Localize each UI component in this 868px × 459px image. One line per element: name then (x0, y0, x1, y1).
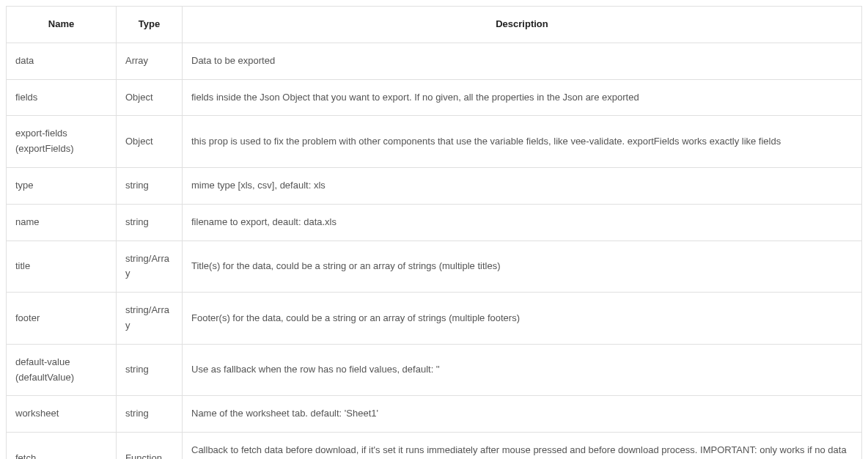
cell-description: Callback to fetch data before download, … (183, 433, 862, 459)
cell-type: string (117, 204, 183, 240)
table-header-row: Name Type Description (7, 7, 862, 43)
cell-description: Name of the worksheet tab. default: 'She… (183, 396, 862, 433)
cell-description: mime type [xls, csv], default: xls (183, 167, 862, 204)
cell-description: this prop is used to fix the problem wit… (183, 116, 862, 168)
cell-name: footer (7, 293, 117, 345)
props-table: Name Type Description data Array Data to… (6, 6, 862, 459)
cell-type: Object (117, 79, 183, 116)
cell-description: filename to export, deault: data.xls (183, 204, 862, 240)
table-row: footer string/Array Footer(s) for the da… (7, 293, 862, 345)
table-row: data Array Data to be exported (7, 43, 862, 79)
cell-type: string (117, 344, 183, 396)
cell-type: Array (117, 43, 183, 79)
cell-name: fetch (7, 433, 117, 459)
cell-name: title (7, 240, 117, 293)
cell-name: worksheet (7, 396, 117, 433)
cell-type: string (117, 396, 183, 433)
table-row: worksheet string Name of the worksheet t… (7, 396, 862, 433)
cell-name: fields (7, 79, 117, 116)
cell-type: Object (117, 116, 183, 168)
cell-name: export-fields (exportFields) (7, 116, 117, 168)
cell-type: string (117, 167, 183, 204)
table-row: fetch Function Callback to fetch data be… (7, 433, 862, 459)
cell-description: fields inside the Json Object that you w… (183, 79, 862, 116)
cell-type: string/Array (117, 293, 183, 345)
cell-name: name (7, 204, 117, 240)
table-row: fields Object fields inside the Json Obj… (7, 79, 862, 116)
header-description: Description (183, 7, 862, 43)
cell-name: default-value (defaultValue) (7, 344, 117, 396)
cell-description: Title(s) for the data, could be a string… (183, 240, 862, 293)
table-row: name string filename to export, deault: … (7, 204, 862, 240)
cell-type: Function (117, 433, 183, 459)
cell-name: type (7, 167, 117, 204)
header-type: Type (117, 7, 183, 43)
header-name: Name (7, 7, 117, 43)
cell-type: string/Array (117, 240, 183, 293)
cell-name: data (7, 43, 117, 79)
table-row: default-value (defaultValue) string Use … (7, 344, 862, 396)
table-row: title string/Array Title(s) for the data… (7, 240, 862, 293)
cell-description: Use as fallback when the row has no fiel… (183, 344, 862, 396)
cell-description: Footer(s) for the data, could be a strin… (183, 293, 862, 345)
cell-description: Data to be exported (183, 43, 862, 79)
table-row: export-fields (exportFields) Object this… (7, 116, 862, 168)
table-row: type string mime type [xls, csv], defaul… (7, 167, 862, 204)
